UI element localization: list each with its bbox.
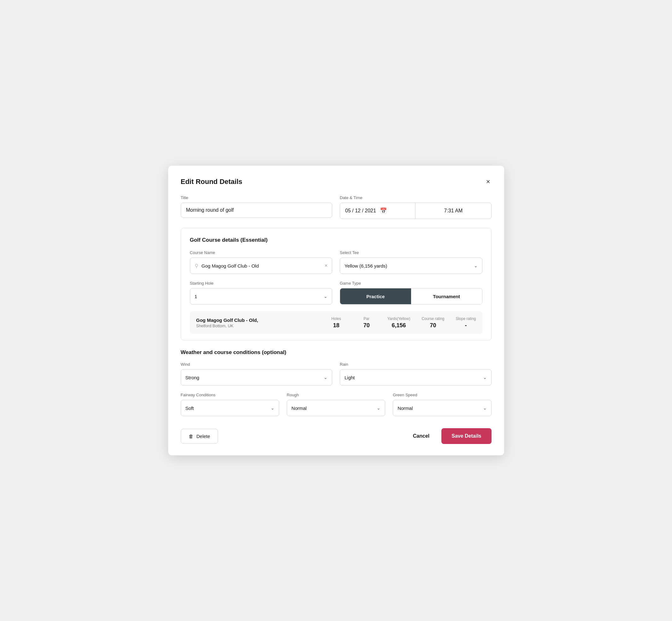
select-tee-wrap[interactable]: Yellow (6,156 yards) ⌄ [340, 257, 482, 274]
title-datetime-row: Title Date & Time 05 / 12 / 2021 📅 7:31 … [181, 195, 492, 219]
wind-rain-row: Wind Strong ⌄ Rain Light ⌄ [181, 362, 492, 385]
fairway-dropdown[interactable]: Soft [185, 406, 275, 411]
fairway-select-wrap[interactable]: Soft ⌄ [181, 400, 279, 416]
rough-select-wrap[interactable]: Normal ⌄ [287, 400, 385, 416]
cancel-button[interactable]: Cancel [410, 429, 432, 443]
course-tee-row: Course Name ⚲ × Select Tee Yellow (6,156… [190, 250, 482, 274]
golf-course-section: Golf Course details (Essential) Course N… [181, 228, 492, 340]
weather-section: Weather and course conditions (optional)… [181, 349, 492, 416]
green-speed-dropdown[interactable]: Normal [397, 406, 487, 411]
slope-rating-label: Slope rating [456, 317, 476, 321]
course-rating-label: Course rating [421, 317, 444, 321]
yards-value: 6,156 [387, 322, 411, 329]
date-value: 05 / 12 / 2021 [345, 208, 376, 214]
course-name-display: Gog Magog Golf Club - Old, [196, 318, 327, 323]
course-rating-value: 70 [421, 322, 444, 329]
fairway-label: Fairway Conditions [181, 392, 279, 397]
delete-label: Delete [197, 433, 210, 439]
green-speed-group: Green Speed Normal ⌄ [393, 392, 491, 416]
slope-rating-value: - [456, 322, 476, 329]
course-name-input[interactable] [202, 263, 325, 268]
starting-hole-dropdown[interactable]: 1 [195, 294, 328, 299]
modal-header: Edit Round Details × [181, 177, 492, 187]
starting-hole-group: Starting Hole 1 ⌄ [190, 281, 333, 304]
rough-dropdown[interactable]: Normal [292, 406, 380, 411]
footer-right: Cancel Save Details [410, 428, 492, 444]
edit-round-modal: Edit Round Details × Title Date & Time 0… [168, 166, 504, 455]
title-label: Title [181, 195, 333, 200]
green-speed-select-wrap[interactable]: Normal ⌄ [393, 400, 491, 416]
par-value: 70 [357, 322, 376, 329]
course-rating-stat: Course rating 70 [421, 317, 444, 329]
yards-label: Yards(Yellow) [387, 317, 411, 321]
course-name-search-wrap[interactable]: ⚲ × [190, 257, 333, 274]
starting-hole-wrap[interactable]: 1 ⌄ [190, 288, 333, 304]
game-type-group: Game Type Practice Tournament [340, 281, 482, 304]
course-stats: Holes 18 Par 70 Yards(Yellow) 6,156 Cour… [327, 317, 476, 329]
fairway-group: Fairway Conditions Soft ⌄ [181, 392, 279, 416]
title-field-group: Title [181, 195, 333, 219]
select-tee-dropdown[interactable]: Yellow (6,156 yards) [344, 263, 478, 268]
holes-value: 18 [327, 322, 346, 329]
time-value: 7:31 AM [444, 208, 463, 214]
select-tee-label: Select Tee [340, 250, 482, 255]
search-icon: ⚲ [195, 263, 199, 269]
course-location: Shelford Bottom, UK [196, 323, 327, 328]
wind-select-wrap[interactable]: Strong ⌄ [181, 369, 333, 385]
select-tee-group: Select Tee Yellow (6,156 yards) ⌄ [340, 250, 482, 274]
tournament-button[interactable]: Tournament [411, 288, 482, 304]
game-type-toggle: Practice Tournament [340, 288, 482, 304]
date-field[interactable]: 05 / 12 / 2021 📅 [340, 203, 416, 219]
yards-stat: Yards(Yellow) 6,156 [387, 317, 411, 329]
time-field[interactable]: 7:31 AM [416, 203, 491, 219]
course-info-name: Gog Magog Golf Club - Old, Shelford Bott… [196, 318, 327, 328]
calendar-icon: 📅 [380, 207, 387, 214]
save-button[interactable]: Save Details [442, 428, 491, 444]
wind-dropdown[interactable]: Strong [185, 375, 328, 380]
par-stat: Par 70 [357, 317, 376, 329]
datetime-label: Date & Time [340, 195, 492, 200]
trash-icon: 🗑 [189, 433, 194, 439]
holes-stat: Holes 18 [327, 317, 346, 329]
green-speed-label: Green Speed [393, 392, 491, 397]
holes-label: Holes [327, 317, 346, 321]
modal-title: Edit Round Details [181, 178, 243, 186]
footer-row: 🗑 Delete Cancel Save Details [181, 425, 492, 444]
course-info-row: Gog Magog Golf Club - Old, Shelford Bott… [190, 312, 482, 334]
rough-label: Rough [287, 392, 385, 397]
rain-label: Rain [340, 362, 492, 367]
datetime-field-group: Date & Time 05 / 12 / 2021 📅 7:31 AM [340, 195, 492, 219]
course-name-group: Course Name ⚲ × [190, 250, 333, 274]
wind-label: Wind [181, 362, 333, 367]
rain-group: Rain Light ⌄ [340, 362, 492, 385]
hole-gametype-row: Starting Hole 1 ⌄ Game Type Practice Tou… [190, 281, 482, 304]
date-time-group: 05 / 12 / 2021 📅 7:31 AM [340, 203, 492, 219]
title-input[interactable] [181, 203, 333, 218]
practice-button[interactable]: Practice [340, 288, 411, 304]
rough-group: Rough Normal ⌄ [287, 392, 385, 416]
par-label: Par [357, 317, 376, 321]
wind-group: Wind Strong ⌄ [181, 362, 333, 385]
course-name-label: Course Name [190, 250, 333, 255]
golf-section-title: Golf Course details (Essential) [190, 237, 482, 243]
fairway-rough-green-row: Fairway Conditions Soft ⌄ Rough Normal ⌄ [181, 392, 492, 416]
game-type-label: Game Type [340, 281, 482, 286]
weather-section-title: Weather and course conditions (optional) [181, 349, 492, 356]
rain-dropdown[interactable]: Light [344, 375, 487, 380]
starting-hole-label: Starting Hole [190, 281, 333, 286]
close-button[interactable]: × [485, 177, 492, 187]
rain-select-wrap[interactable]: Light ⌄ [340, 369, 492, 385]
delete-button[interactable]: 🗑 Delete [181, 429, 218, 444]
slope-rating-stat: Slope rating - [456, 317, 476, 329]
clear-course-icon[interactable]: × [325, 263, 328, 268]
